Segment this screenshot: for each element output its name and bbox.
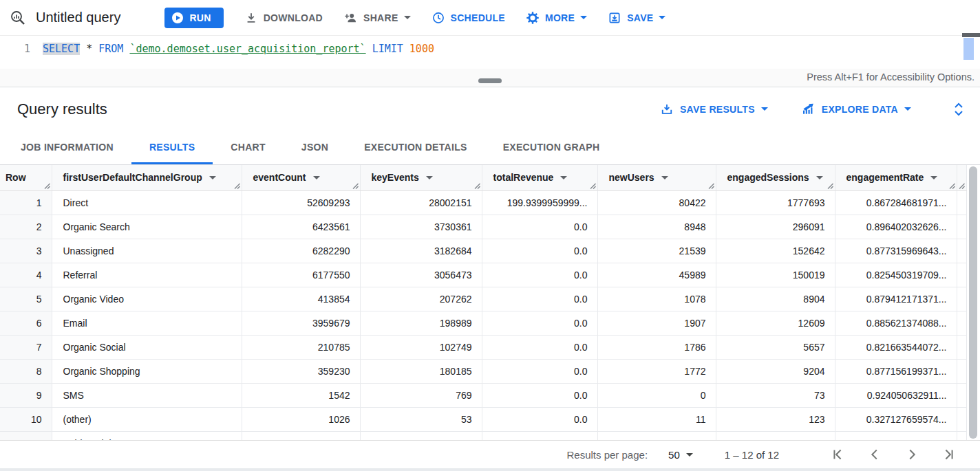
row-number: 7 bbox=[0, 335, 52, 359]
column-resize-handle[interactable] bbox=[958, 182, 965, 189]
cell-totalRevenue: 0.0 bbox=[482, 359, 597, 383]
column-resize-handle[interactable] bbox=[589, 182, 596, 189]
explore-data-button[interactable]: EXPLORE DATA bbox=[801, 102, 911, 116]
cell-stub bbox=[957, 431, 966, 440]
expand-results-button[interactable] bbox=[952, 101, 965, 118]
editor-scrollbar-thumb[interactable] bbox=[963, 38, 974, 60]
cell-newUsers: 1786 bbox=[597, 335, 716, 359]
column-header-newUsers[interactable]: newUsers bbox=[597, 165, 716, 190]
cell-firstUserDefaultChannelGroup: Organic Search bbox=[52, 215, 242, 239]
table-vertical-scrollbar[interactable] bbox=[969, 166, 977, 439]
cell-engagedSessions: 123 bbox=[716, 407, 835, 431]
table-row: 9SMS15427690.00730.924050632911... bbox=[0, 383, 966, 407]
schedule-button[interactable]: SCHEDULE bbox=[432, 11, 505, 25]
page-size-select[interactable]: 50 bbox=[668, 449, 693, 461]
column-resize-handle[interactable] bbox=[948, 182, 955, 189]
cell-engagedSessions: 296091 bbox=[716, 215, 835, 239]
column-header-engagementRate[interactable]: engagementRate bbox=[835, 165, 957, 190]
first-page-button[interactable] bbox=[830, 447, 845, 462]
column-header-eventCount[interactable]: eventCount bbox=[242, 165, 360, 190]
previous-page-button[interactable] bbox=[867, 447, 882, 462]
save-results-button[interactable]: SAVE RESULTS bbox=[660, 102, 768, 116]
save-button[interactable]: SAVE bbox=[608, 11, 665, 25]
cell-keyEvents: 3182684 bbox=[360, 239, 482, 263]
table-row: 11Paid Social9971340.0021.0 bbox=[0, 431, 966, 440]
row-number: 4 bbox=[0, 263, 52, 287]
play-circle-icon bbox=[171, 12, 184, 24]
column-menu-icon[interactable] bbox=[209, 176, 216, 179]
row-number: 11 bbox=[0, 431, 52, 440]
cell-eventCount: 1026 bbox=[242, 407, 360, 431]
column-resize-handle[interactable] bbox=[473, 182, 480, 189]
cell-stub bbox=[957, 407, 966, 431]
cell-stub bbox=[957, 215, 966, 239]
tab-job-information[interactable]: JOB INFORMATION bbox=[3, 131, 131, 164]
sql-editor[interactable]: 1 SELECT * FROM `demo.demoset.user_acqui… bbox=[0, 36, 980, 69]
cell-newUsers: 45989 bbox=[597, 263, 716, 287]
row-number: 1 bbox=[0, 190, 52, 215]
column-header-totalRevenue[interactable]: totalRevenue bbox=[482, 165, 597, 190]
download-icon bbox=[244, 11, 258, 25]
cell-engagementRate: 0.825450319709... bbox=[835, 263, 957, 287]
cell-engagedSessions: 5657 bbox=[716, 335, 835, 359]
accessibility-hint: Press Alt+F1 for Accessibility Options. bbox=[807, 72, 974, 83]
table-row: 5Organic Video4138542072620.0107889040.8… bbox=[0, 287, 966, 311]
cell-newUsers: 0 bbox=[597, 383, 716, 407]
column-menu-icon[interactable] bbox=[930, 176, 937, 179]
cell-eventCount: 6423561 bbox=[242, 215, 360, 239]
share-button[interactable]: SHARE bbox=[343, 11, 411, 25]
tab-execution-details[interactable]: EXECUTION DETAILS bbox=[346, 131, 485, 164]
column-header-firstUserDefaultChannelGroup[interactable]: firstUserDefaultChannelGroup bbox=[52, 165, 242, 190]
table-row: 10(other)1026530.0111230.327127659574... bbox=[0, 407, 966, 431]
cell-engagementRate: 0.877156199371... bbox=[835, 359, 957, 383]
column-menu-icon[interactable] bbox=[816, 176, 823, 179]
column-label: firstUserDefaultChannelGroup bbox=[63, 172, 202, 183]
column-menu-icon[interactable] bbox=[560, 176, 567, 179]
table-scrollbar-thumb[interactable] bbox=[969, 166, 977, 439]
column-header-keyEvents[interactable]: keyEvents bbox=[360, 165, 482, 190]
tab-execution-graph[interactable]: EXECUTION GRAPH bbox=[485, 131, 618, 164]
column-resize-handle[interactable] bbox=[43, 182, 50, 189]
chevron-down-icon bbox=[904, 107, 911, 111]
run-button[interactable]: RUN bbox=[164, 8, 223, 28]
cell-engagementRate: 0.885621374088... bbox=[835, 311, 957, 335]
next-page-button[interactable] bbox=[904, 447, 919, 462]
cell-engagementRate: 0.867284681971... bbox=[835, 190, 957, 215]
last-page-button[interactable] bbox=[941, 447, 957, 462]
query-results-header: Query results SAVE RESULTS bbox=[0, 87, 980, 131]
tab-json[interactable]: JSON bbox=[284, 131, 346, 164]
sql-code-line[interactable]: SELECT * FROM `demo.demoset.user_acquisi… bbox=[43, 36, 434, 69]
table-row: 8Organic Shopping3592301801850.017729204… bbox=[0, 359, 966, 383]
column-menu-icon[interactable] bbox=[313, 176, 320, 179]
sql-keyword-limit: LIMIT bbox=[372, 43, 403, 55]
cell-firstUserDefaultChannelGroup: Organic Shopping bbox=[52, 359, 242, 383]
column-menu-icon[interactable] bbox=[661, 176, 668, 179]
row-number: 5 bbox=[0, 287, 52, 311]
more-button[interactable]: MORE bbox=[526, 11, 587, 25]
cell-eventCount: 359230 bbox=[242, 359, 360, 383]
sql-table-reference-link[interactable]: `demo.demoset.user_acquisition_report` bbox=[129, 43, 365, 55]
tab-results[interactable]: RESULTS bbox=[131, 131, 213, 164]
download-button[interactable]: DOWNLOAD bbox=[244, 11, 323, 25]
cell-engagedSessions: 1777693 bbox=[716, 190, 835, 215]
column-resize-handle[interactable] bbox=[707, 182, 714, 189]
tab-chart[interactable]: CHART bbox=[213, 131, 284, 164]
column-menu-icon[interactable] bbox=[426, 176, 433, 179]
column-resize-handle[interactable] bbox=[827, 182, 833, 189]
chevron-down-icon bbox=[580, 16, 587, 19]
cell-totalRevenue: 199.9399959999... bbox=[482, 190, 597, 215]
query-title[interactable]: Untitled query bbox=[36, 10, 120, 25]
cell-engagementRate: 0.924050632911... bbox=[835, 383, 957, 407]
cell-firstUserDefaultChannelGroup: SMS bbox=[52, 383, 242, 407]
cell-firstUserDefaultChannelGroup: Organic Video bbox=[52, 287, 242, 311]
editor-results-splitter[interactable] bbox=[478, 78, 502, 83]
column-resize-handle[interactable] bbox=[352, 182, 359, 189]
column-resize-handle[interactable] bbox=[233, 182, 240, 189]
cell-stub bbox=[957, 359, 966, 383]
column-header-engagedSessions[interactable]: engagedSessions bbox=[716, 165, 835, 190]
results-table: RowfirstUserDefaultChannelGroupeventCoun… bbox=[0, 165, 967, 440]
cell-firstUserDefaultChannelGroup: Referral bbox=[52, 263, 242, 287]
cell-totalRevenue: 0.0 bbox=[482, 431, 597, 440]
sql-keyword-from: FROM bbox=[98, 43, 123, 55]
query-results-title: Query results bbox=[17, 100, 660, 118]
